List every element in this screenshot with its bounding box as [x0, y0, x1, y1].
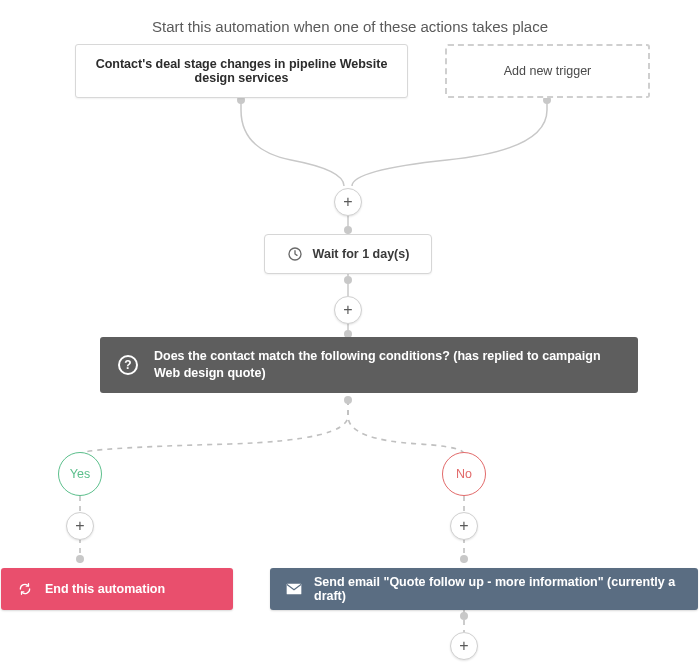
wait-label: Wait for 1 day(s): [313, 247, 410, 261]
add-step-button[interactable]: +: [334, 296, 362, 324]
trigger-card-primary[interactable]: Contact's deal stage changes in pipeline…: [75, 44, 408, 98]
end-automation-action[interactable]: End this automation: [1, 568, 233, 610]
clock-icon: [287, 246, 303, 262]
branch-yes-label: Yes: [70, 467, 90, 481]
add-step-button[interactable]: +: [450, 512, 478, 540]
send-email-label: Send email "Quote follow up - more infor…: [314, 575, 682, 603]
refresh-icon: [17, 582, 33, 596]
branch-no-label: No: [456, 467, 472, 481]
branch-yes[interactable]: Yes: [58, 452, 102, 496]
branch-no[interactable]: No: [442, 452, 486, 496]
wait-card[interactable]: Wait for 1 day(s): [264, 234, 432, 274]
add-step-button[interactable]: +: [66, 512, 94, 540]
mail-icon: [286, 582, 302, 596]
end-automation-label: End this automation: [45, 582, 165, 596]
send-email-action[interactable]: Send email "Quote follow up - more infor…: [270, 568, 698, 610]
add-trigger-label: Add new trigger: [504, 64, 592, 78]
add-step-button[interactable]: +: [450, 632, 478, 660]
question-icon: ?: [118, 355, 138, 375]
condition-card[interactable]: ? Does the contact match the following c…: [100, 337, 638, 393]
add-trigger-card[interactable]: Add new trigger: [445, 44, 650, 98]
trigger-text: Contact's deal stage changes in pipeline…: [94, 57, 389, 85]
condition-text: Does the contact match the following con…: [154, 348, 620, 383]
add-step-button[interactable]: +: [334, 188, 362, 216]
page-title: Start this automation when one of these …: [0, 18, 700, 35]
